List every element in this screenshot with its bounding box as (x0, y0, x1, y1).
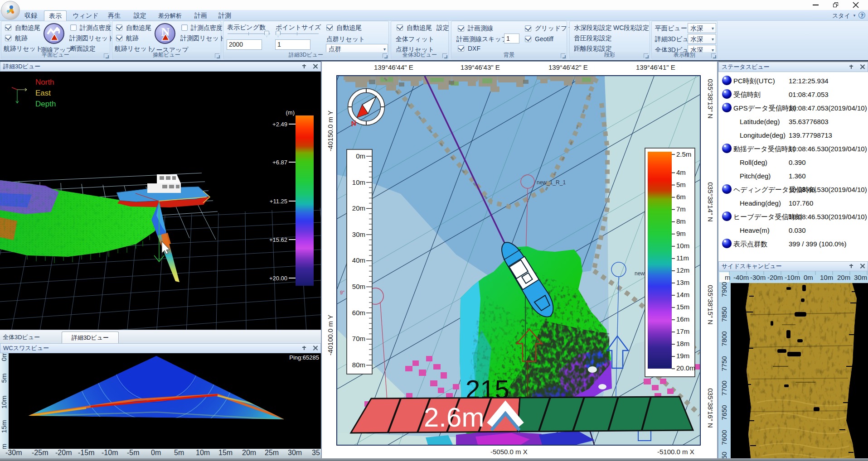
svg-text:new: new (635, 270, 645, 277)
svg-text:15m: 15m (0, 420, 8, 433)
svg-text:-40150.0 m Y: -40150.0 m Y (326, 110, 334, 151)
svg-text:8m: 8m (676, 217, 686, 225)
svg-text:9": 9" (340, 290, 344, 295)
svg-text:7750: 7750 (720, 356, 728, 371)
svg-text:16m: 16m (676, 315, 689, 323)
svg-text:-10m: -10m (785, 274, 800, 281)
svg-text:50m: 50m (352, 283, 365, 290)
svg-text:5m: 5m (0, 374, 8, 383)
svg-text:+11.25: +11.25 (270, 198, 287, 205)
svg-text:new_1_R_1: new_1_R_1 (537, 179, 566, 186)
svg-text:60m: 60m (352, 309, 365, 317)
svg-text:m: m (0, 444, 8, 449)
svg-text:17m: 17m (676, 327, 689, 335)
svg-text:+20.00: +20.00 (269, 275, 287, 282)
svg-text:035°38'16" N: 035°38'16" N (707, 388, 714, 428)
svg-text:14m: 14m (676, 291, 689, 298)
svg-text:7m: 7m (676, 205, 686, 213)
svg-text:20.0m: 20.0m (676, 364, 695, 372)
svg-text:80m: 80m (352, 361, 365, 369)
svg-text:19m: 19m (676, 352, 689, 360)
svg-text:5m: 5m (676, 181, 686, 188)
svg-text:18m: 18m (676, 340, 689, 347)
svg-text:70m: 70m (352, 335, 365, 342)
svg-text:11m: 11m (676, 254, 689, 262)
svg-text:10m: 10m (0, 395, 8, 408)
svg-text:12m: 12m (676, 266, 689, 274)
svg-text:+15.62: +15.62 (269, 236, 287, 243)
svg-text:13m: 13m (676, 279, 689, 286)
svg-text:10m: 10m (820, 274, 833, 281)
svg-text:0m: 0m (0, 353, 8, 361)
svg-text:0m: 0m (804, 274, 813, 281)
svg-text:0m: 0m (356, 152, 365, 160)
svg-text:20m: 20m (837, 274, 850, 281)
svg-text:30m: 30m (352, 230, 365, 238)
svg-text:-30m: -30m (750, 274, 766, 281)
svg-text:-5100.0 m X: -5100.0 m X (657, 448, 694, 456)
svg-text:035°38'15" N: 035°38'15" N (707, 285, 714, 325)
svg-text:20m: 20m (352, 204, 365, 212)
svg-text:4m: 4m (676, 168, 686, 176)
svg-text:(m): (m) (286, 109, 295, 116)
svg-text:+6.87: +6.87 (272, 159, 287, 166)
svg-text:-5050.0 m X: -5050.0 m X (490, 448, 528, 456)
svg-text:15m: 15m (676, 303, 689, 311)
svg-text:035°38'14" N: 035°38'14" N (707, 182, 714, 222)
svg-text:m: m (725, 274, 731, 281)
svg-text:2.5m: 2.5m (676, 150, 691, 158)
svg-text:-20m: -20m (767, 274, 783, 281)
svg-text:7800: 7800 (720, 331, 728, 346)
svg-text:Ping:65285: Ping:65285 (289, 354, 319, 361)
svg-text:East: East (35, 89, 51, 97)
svg-text:-40100.0 m Y: -40100.0 m Y (326, 315, 334, 355)
svg-text:7650: 7650 (720, 405, 728, 420)
svg-text:30m: 30m (854, 274, 867, 281)
svg-text:7700: 7700 (720, 380, 728, 395)
svg-text:7900: 7900 (720, 282, 728, 297)
svg-text:9m: 9m (676, 230, 686, 237)
svg-text:10m: 10m (676, 242, 689, 250)
svg-text:Depth: Depth (35, 100, 56, 108)
svg-text:2.6m: 2.6m (424, 402, 484, 432)
svg-text:North: North (35, 78, 54, 86)
svg-text:7850: 7850 (720, 307, 728, 322)
svg-text:40m: 40m (352, 256, 365, 264)
svg-text:6m: 6m (676, 193, 686, 201)
svg-text:10m: 10m (352, 178, 365, 186)
svg-text:+2.49: +2.49 (272, 121, 287, 128)
svg-text:035°38'13" N: 035°38'13" N (707, 79, 714, 119)
svg-text:7600: 7600 (720, 430, 728, 445)
